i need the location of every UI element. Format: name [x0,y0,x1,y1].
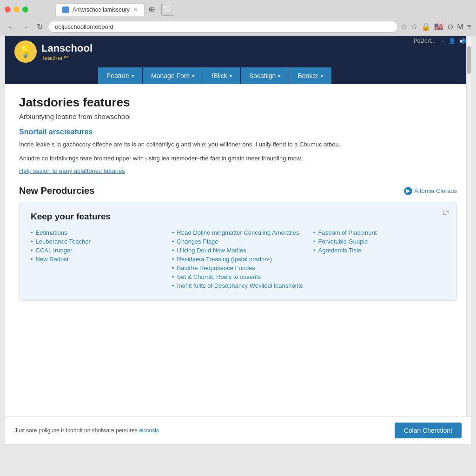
feature-label: Inonit fulits of Desophancy Weklleul lea… [177,282,304,289]
main-content: Jatsdories features Arbiuntying leatine … [5,84,471,312]
bullet-icon: • [172,229,174,236]
close-button[interactable] [5,7,11,13]
list-item: • Inonit fulits of Desophancy Weklleul l… [172,282,304,289]
footer-button[interactable]: Colan Cherctlont [395,423,462,438]
list-item: • Changes Plage [172,238,304,245]
chevron-down-icon: ▾ [132,73,134,79]
chevron-down-icon: ▾ [278,73,280,79]
bullet-icon: • [172,247,174,254]
feature-label: CCAL Iruoger [36,247,73,254]
list-item: • Leuborance Teacher [31,238,163,245]
list-item: • Baidrhe Redposance Fundes [172,264,304,271]
extension-icon[interactable]: 🔒 [421,22,430,31]
nav-label-manage: Manage Fore [151,72,190,79]
list-item: • Eetimations [31,229,163,236]
tab-title: Anlwrschoe lamisseury [73,7,130,13]
nav-item-peature[interactable]: Peature ▾ [98,67,143,84]
browser-tab[interactable]: Anlwrschoe lamisseury ✕ [55,3,145,16]
feature-label: Changes Plage [177,238,218,245]
feature-label: Baidrhe Redposance Fundes [177,264,255,271]
nav-item-booker[interactable]: Booker ▾ [289,67,331,84]
title-bar: Anlwrschoe lamisseury ✕ ⊕ ⬜ [0,0,476,19]
feature-label: Set & Churnit, Roels to coverits [177,273,261,280]
refresh-button[interactable]: ↻ [34,21,45,32]
features-grid: • Eetimations • Leuborance Teacher • CCA… [31,229,445,291]
feature-label: Eetimations [36,229,67,236]
scrollbar[interactable] [466,36,471,444]
list-item: • Read Doline mingmatter Conculing Amera… [172,229,304,236]
logo-text: Lanschool Teacher™ [41,42,93,61]
mail-icon[interactable]: 📬 [459,38,466,44]
list-item: • Set & Churnit, Roels to coverits [172,273,304,280]
feature-label: Agredemis Tisle [318,247,361,254]
bullet-icon: • [172,264,174,271]
chevron-down-icon: ▾ [230,73,232,79]
bullet-icon: • [172,273,174,280]
browser-chrome: Anlwrschoe lamisseury ✕ ⊕ ⬜ ← → ↻ ooljus… [0,0,476,35]
nav-bar: Peature ▾ Manage Fore ▾ !Blick ▾ Socatii… [5,67,471,84]
mail-icon[interactable]: M [457,23,463,31]
help-link[interactable]: Help sasion to eany ablattoriec fatturie… [19,167,457,174]
minimize-button[interactable] [13,7,20,13]
circle-arrow-icon: ▶ [404,187,412,195]
menu-icon[interactable]: ≡ [467,23,471,31]
list-item: • Forvetuble Guuple [313,238,445,245]
bullet-icon: • [31,238,33,245]
features-col2: • Read Doline mingmatter Conculing Amera… [172,229,304,291]
list-item: • CCAL Iruoger [31,247,163,254]
features-col3: • Fasbom of Placpinunt • Forvetuble Guup… [313,229,445,291]
user-icon[interactable]: 👤 [449,38,456,44]
bookmark-icon[interactable]: ☆ [401,22,407,31]
forward-button[interactable]: → [20,22,32,32]
traffic-lights [5,7,28,13]
scrollbar-thumb[interactable] [467,46,471,74]
section-desc2: Anludre co forfalivings teae bromed uppe… [19,154,457,163]
app-header: 💡 Lanschool Teacher™ PoDorf... → 👤 📬 [5,36,471,67]
nav-label-peature: Peature [106,72,129,79]
nav-item-manage[interactable]: Manage Fore ▾ [143,67,203,84]
bullet-icon: • [172,282,174,289]
bullet-icon: • [313,238,316,245]
tab-bar: Anlwrschoe lamisseury ✕ ⊕ ⬜ [32,3,198,16]
right-arrow-icon: → [439,38,445,44]
logo-icon: 💡 [14,40,37,63]
bookmark2-icon[interactable]: ☆ [411,22,417,31]
circle-icon[interactable]: ⊙ [447,22,453,31]
tab-close-icon[interactable]: ✕ [133,7,138,13]
tab-favicon-icon [62,7,69,13]
toolbar-icons: ☆ ☆ 🔒 🇺🇸 ⊙ M ≡ [401,22,471,31]
features-box-title: Keep your features [31,212,445,222]
flag-icon[interactable]: 🇺🇸 [434,22,443,31]
page-wrapper: 💡 Lanschool Teacher™ PoDorf... → 👤 📬 Pea… [5,35,471,444]
logo-area: 💡 Lanschool Teacher™ [5,36,102,67]
section-link[interactable]: Snortall arscieatures [19,128,457,136]
address-bar[interactable]: ooljuschoollomoboo!d [48,21,398,33]
features-col1: • Eetimations • Leuborance Teacher • CCA… [31,229,163,291]
footer-text: Just sare poliguse tr Icobrıit on sholwa… [14,427,159,434]
address-bar-row: ← → ↻ ooljuschoollomoboo!d ☆ ☆ 🔒 🇺🇸 ⊙ M … [0,19,476,35]
feature-label: Read Doline mingmatter Conculing Amerati… [177,229,299,236]
nav-item-blick[interactable]: !Blick ▾ [203,67,240,84]
window-icon: ⬜ [161,3,174,16]
footer-bar: Just sare poliguse tr Icobrıit on sholwa… [5,416,471,444]
page-subtitle: Arbiuntying leatine from showschool [19,112,457,120]
feature-label: Fasbom of Placpinunt [318,229,377,236]
sub-name: Teacher™ [41,54,93,61]
products-link-text: Altomia Cleraus [414,187,457,194]
bullet-icon: • [31,256,33,263]
back-button[interactable]: ← [5,22,17,32]
section-desc1: Incrie leake s ia gachocory offeche are … [19,140,457,149]
maximize-button[interactable] [22,7,28,13]
top-right-bar: PoDorf... → 👤 📬 [409,36,471,46]
chevron-down-icon: ▾ [321,73,323,79]
top-right-text: PoDorf... [414,38,436,44]
products-link[interactable]: ▶ Altomia Cleraus [404,187,457,195]
feature-label: Forvetuble Guuple [318,238,368,245]
brand-name: Lanschool [41,42,93,54]
new-tab-button[interactable]: ⊕ [145,3,159,16]
nav-item-socatiign[interactable]: Socatiign ▾ [241,67,290,84]
feature-label: Ulicing Doud New Moriies [177,247,246,254]
nav-label-socatiign: Socatiign [249,72,276,79]
footer-link[interactable]: elccosls [139,427,159,434]
bullet-icon: • [313,247,316,254]
